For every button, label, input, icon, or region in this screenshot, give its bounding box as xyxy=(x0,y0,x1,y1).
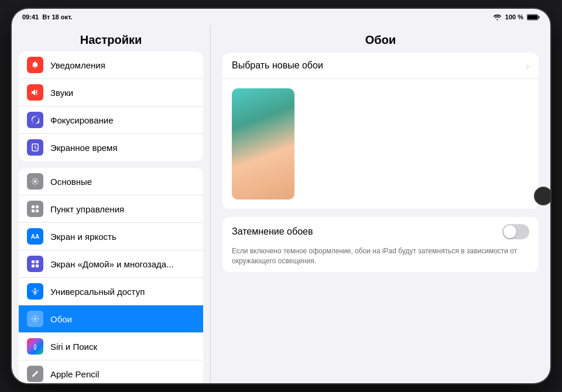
general-icon xyxy=(27,173,43,190)
sidebar-item-wallpaper[interactable]: Обои xyxy=(19,305,203,333)
svg-rect-10 xyxy=(36,260,39,263)
detail-panel: Обои Выбрать новые обои › xyxy=(211,25,550,383)
svg-point-13 xyxy=(35,288,36,290)
darkmode-toggle[interactable] xyxy=(502,224,529,239)
darkmode-description: Если включено темное оформление, обои на… xyxy=(222,246,539,272)
controlcenter-label: Пункт управления xyxy=(50,204,195,214)
sidebar-item-accessibility[interactable]: Универсальный доступ xyxy=(19,278,203,305)
display-icon: AA xyxy=(27,228,43,245)
pencil-label: Apple Pencil xyxy=(50,369,195,379)
svg-rect-6 xyxy=(36,205,39,208)
battery-icon xyxy=(527,14,540,20)
sidebar-item-controlcenter[interactable]: Пункт управления xyxy=(19,195,203,223)
siri-icon xyxy=(27,338,43,355)
wallpaper-icon xyxy=(27,311,43,327)
siri-label: Siri и Поиск xyxy=(50,342,195,352)
sounds-icon xyxy=(27,84,43,101)
sidebar-item-pencil[interactable]: Apple Pencil xyxy=(19,360,203,383)
toggle-knob xyxy=(503,225,516,238)
sidebar-group-1: Уведомления Звуки Фокусирование xyxy=(19,51,203,161)
sounds-label: Звуки xyxy=(50,88,195,98)
svg-rect-12 xyxy=(36,264,39,267)
sidebar-item-focus[interactable]: Фокусирование xyxy=(19,106,203,134)
svg-point-4 xyxy=(34,180,36,183)
date: Вт 18 окт. xyxy=(42,13,72,20)
homescreen-icon xyxy=(27,256,43,272)
main-content: Настройки Уведомления Звуки xyxy=(12,25,550,383)
ipad-frame: 09:41 Вт 18 окт. 100 % Настройки xyxy=(12,9,550,383)
focus-label: Фокусирование xyxy=(50,115,195,125)
screentime-icon xyxy=(27,139,43,156)
svg-rect-1 xyxy=(527,15,537,19)
homescreen-label: Экран «Домой» и многозада... xyxy=(50,259,195,269)
status-right: 100 % xyxy=(493,13,540,20)
focus-icon xyxy=(27,112,43,128)
sidebar-scroll[interactable]: Уведомления Звуки Фокусирование xyxy=(12,51,210,383)
notifications-icon xyxy=(27,57,43,73)
controlcenter-icon xyxy=(27,201,43,217)
battery-percent: 100 % xyxy=(505,13,523,20)
sidebar-item-display[interactable]: AA Экран и яркость xyxy=(19,223,203,250)
time: 09:41 xyxy=(22,13,39,20)
svg-point-15 xyxy=(34,345,36,348)
svg-rect-2 xyxy=(539,16,540,18)
sidebar-item-notifications[interactable]: Уведомления xyxy=(19,51,203,79)
general-label: Основные xyxy=(50,177,195,187)
detail-body: Выбрать новые обои › xyxy=(211,53,550,383)
svg-rect-8 xyxy=(36,209,39,212)
sidebar: Настройки Уведомления Звуки xyxy=(12,25,211,383)
darkmode-inner: Затемнение обоев xyxy=(222,217,539,246)
status-bar: 09:41 Вт 18 окт. 100 % xyxy=(12,9,550,25)
accessibility-icon xyxy=(27,283,43,300)
svg-rect-7 xyxy=(32,209,35,212)
sidebar-title: Настройки xyxy=(12,25,210,51)
sidebar-item-homescreen[interactable]: Экран «Домой» и многозада... xyxy=(19,250,203,278)
choose-wallpaper-arrow: › xyxy=(526,61,529,71)
pencil-icon xyxy=(27,366,43,382)
sidebar-group-2: Основные Пункт управления AA Экран и ярк… xyxy=(19,168,203,383)
wallpaper-card: Выбрать новые обои › xyxy=(222,53,539,209)
sidebar-item-siri[interactable]: Siri и Поиск xyxy=(19,333,203,360)
svg-rect-9 xyxy=(32,260,35,263)
svg-rect-5 xyxy=(32,205,35,208)
home-button[interactable] xyxy=(534,187,550,205)
svg-point-14 xyxy=(35,318,36,320)
accessibility-label: Универсальный доступ xyxy=(50,287,195,297)
sidebar-item-screentime[interactable]: Экранное время xyxy=(19,134,203,161)
status-left: 09:41 Вт 18 окт. xyxy=(22,13,72,20)
wallpaper-previews xyxy=(222,79,539,209)
sidebar-item-general[interactable]: Основные xyxy=(19,168,203,195)
lock-screen-preview[interactable] xyxy=(232,88,294,200)
choose-wallpaper-label: Выбрать новые обои xyxy=(232,60,323,71)
choose-wallpaper-row[interactable]: Выбрать новые обои › xyxy=(222,53,539,79)
sidebar-item-sounds[interactable]: Звуки xyxy=(19,79,203,106)
darkmode-label: Затемнение обоев xyxy=(232,226,313,237)
wallpaper-label: Обои xyxy=(50,314,195,324)
notifications-label: Уведомления xyxy=(50,60,195,70)
darkmode-setting-row: Затемнение обоев Если включено темное оф… xyxy=(222,217,539,272)
display-label: Экран и яркость xyxy=(50,232,195,242)
svg-rect-11 xyxy=(32,264,35,267)
wifi-icon xyxy=(493,13,502,20)
detail-title: Обои xyxy=(211,25,550,53)
screentime-label: Экранное время xyxy=(50,143,195,153)
